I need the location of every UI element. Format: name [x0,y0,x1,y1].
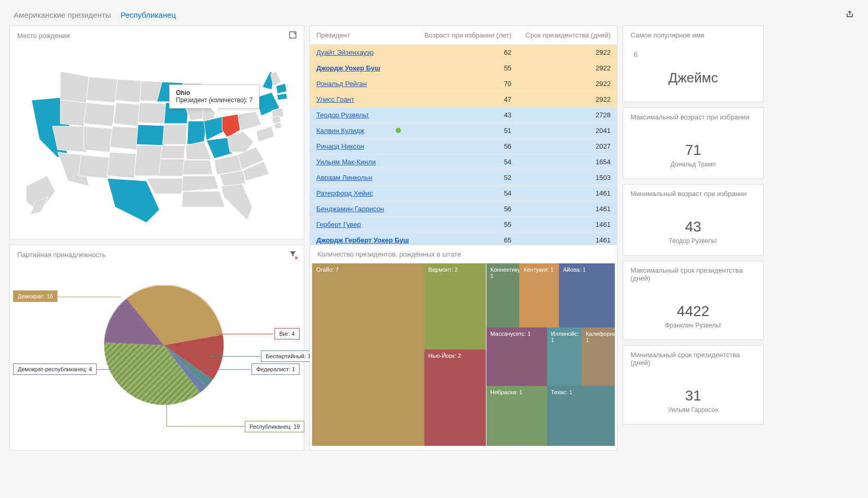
treemap-cell[interactable]: Вермонт: 2 [424,263,486,349]
table-row[interactable]: Джордж Уокер Буш552922 [310,60,617,76]
pie-panel: Партийная принадлежность ✕ [9,245,304,451]
treemap-cell[interactable]: Коннектикут: 1 [486,263,520,327]
cell-term: 1503 [518,170,617,186]
kpi-minage-value: 43 [628,218,758,235]
president-link[interactable]: Уильям Мак-Кинли [316,158,376,166]
us-map[interactable]: Ohio Президент (количество): 7 [10,45,304,228]
cell-term: 2728 [518,107,617,123]
label-republican: Республиканец: 19 [245,421,304,432]
treemap-cell[interactable]: Техас: 1 [547,386,615,446]
col-term[interactable]: Срок президентства (дней) [518,26,617,45]
filter-icon[interactable]: ✕ [289,250,296,259]
kpi-maxterm-title: Максимальный срок президентства (дней) [631,266,756,282]
cell-age: 52 [417,170,517,186]
president-link[interactable]: Калвин Кулидж [316,127,364,135]
table-row[interactable]: Калвин Кулидж512041 [310,123,617,139]
label-demrep: Демократ-республиканец: 4 [13,363,97,375]
fullscreen-icon[interactable] [289,31,296,40]
president-link[interactable]: Дуайт Эйзенхауэр [316,48,374,56]
cell-age: 54 [417,186,517,201]
label-federalist: Федералист: 1 [252,363,300,375]
pie-slices[interactable] [104,286,223,405]
treemap-cell[interactable]: Нью-Йорк: 2 [424,349,486,446]
treemap-cell[interactable]: Иллинойс: 1 [547,327,582,386]
cell-term: 1654 [518,154,617,170]
cell-age: 56 [417,139,517,154]
cell-age: 51 [417,123,517,139]
cell-age: 56 [417,201,517,217]
treemap-cell[interactable]: Кентукки: 1 [519,263,558,327]
treemap-cell[interactable]: Калифорния: 1 [581,327,615,386]
president-link[interactable]: Джордж Герберт Уокер Буш [316,236,409,244]
kpi-maxterm-value: 4422 [628,303,758,320]
kpi-minterm-sub: Уильям Гаррисон [628,406,758,414]
table-row[interactable]: Рональд Рейган702922 [310,76,617,92]
kpi-name-count: 6 [628,51,758,58]
president-link[interactable]: Ратерфорд Хейис [316,189,373,197]
treemap-cell[interactable]: Огайо: 7 [312,263,424,446]
kpi-popular-name: Самое популярное имя 6 Джеймс [623,26,764,102]
cell-term: 2041 [518,123,617,139]
president-link[interactable]: Рональд Рейган [316,80,367,88]
table-row[interactable]: Дуайт Эйзенхауэр622922 [310,45,617,60]
treemap[interactable]: Огайо: 7Вермонт: 2Нью-Йорк: 2Коннектикут… [312,263,615,446]
presidents-table: Президент Возраст при избрании (лет) Сро… [310,26,617,248]
treemap-cell[interactable]: Массачусетс: 1 [486,327,547,386]
breadcrumb-root[interactable]: Американские президенты [14,10,111,19]
kpi-minterm-value: 31 [628,387,758,404]
cell-age: 55 [417,217,517,233]
pie-chart[interactable]: Демократ: 16 Виг: 4 Беспартийный: 1 Феде… [10,264,304,439]
kpi-maxage-value: 71 [628,142,758,159]
treemap-cell[interactable]: Небраска: 1 [486,386,547,446]
presidents-table-panel: Президент Возраст при избрании (лет) Сро… [310,26,617,239]
kpi-max-term: Максимальный срок президентства (дней) 4… [623,261,764,340]
col-age[interactable]: Возраст при избрании (лет) [417,26,517,45]
treemap-title: Количество президентов, рождённых в штат… [317,250,461,258]
kpi-maxage-sub: Дональд Трамп [628,161,758,168]
table-row[interactable]: Ричард Никсон562027 [310,139,617,154]
cell-age: 54 [417,154,517,170]
treemap-panel: Количество президентов, рождённых в штат… [310,245,617,451]
breadcrumb: Американские президенты Республиканец [4,4,864,26]
president-link[interactable]: Герберт Гувер [316,221,361,228]
pie-title: Партийная принадлежность [17,251,106,259]
cell-term: 2922 [518,45,617,60]
president-link[interactable]: Ричард Никсон [316,142,364,150]
map-title: Место рождения [17,32,70,40]
cell-term: 2027 [518,139,617,154]
kpi-min-age: Минимальный возраст при избрании 43 Теод… [623,184,764,256]
kpi-min-term: Минимальный срок президентства (дней) 31… [623,345,764,424]
svg-rect-0 [290,32,296,38]
table-row[interactable]: Теодор Рузвельт432728 [310,107,617,123]
kpi-maxage-title: Максимальный возраст при избрании [631,113,750,121]
table-row[interactable]: Бенджамин Гаррисон561461 [310,201,617,217]
cell-age: 47 [417,92,517,107]
table-row[interactable]: Герберт Гувер551461 [310,217,617,233]
treemap-cell[interactable]: Айова: 1 [559,263,615,327]
cell-term: 2922 [518,76,617,92]
breadcrumb-active[interactable]: Республиканец [121,10,176,19]
share-icon[interactable] [845,9,854,20]
president-link[interactable]: Улисс Грант [316,95,354,103]
table-row[interactable]: Авраам Линкольн521503 [310,170,617,186]
cell-term: 2922 [518,92,617,107]
table-row[interactable]: Ратерфорд Хейис541461 [310,186,617,201]
kpi-name-title: Самое популярное имя [631,31,705,39]
label-democrat: Демократ: 16 [13,290,57,302]
kpi-name-value: Джеймс [628,70,758,86]
cell-term: 1461 [518,217,617,233]
kpi-minterm-title: Минимальный срок президентства (дней) [631,351,756,367]
cell-age: 70 [417,76,517,92]
table-row[interactable]: Уильям Мак-Кинли541654 [310,154,617,170]
label-whig: Виг: 4 [275,328,300,339]
president-link[interactable]: Бенджамин Гаррисон [316,205,384,213]
table-row[interactable]: Улисс Грант472922 [310,92,617,107]
cell-term: 1461 [518,186,617,201]
president-link[interactable]: Авраам Линкольн [316,174,372,181]
president-link[interactable]: Джордж Уокер Буш [316,64,381,72]
president-link[interactable]: Теодор Рузвельт [316,111,369,119]
map-panel: Место рождения [9,26,304,239]
cell-age: 55 [417,60,517,76]
cell-term: 1461 [518,201,617,217]
col-president[interactable]: Президент [310,26,417,45]
